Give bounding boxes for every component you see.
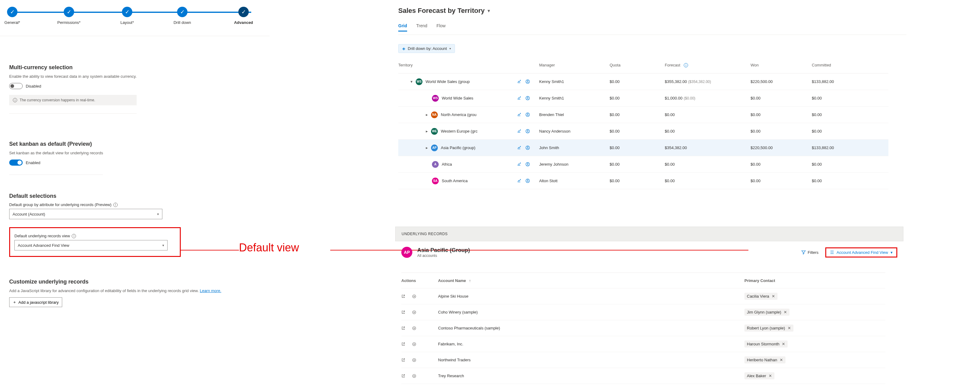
col-committed[interactable]: Committed [812,63,873,67]
step-advanced[interactable]: ✓ Advanced [227,5,260,25]
open-chart-icon[interactable] [517,178,521,183]
toggle-kanban-default[interactable]: Enabled [9,159,40,166]
info-icon[interactable]: i [684,63,688,67]
chevron-down-icon: ▾ [157,212,159,216]
user-circle-icon[interactable] [525,112,530,117]
check-icon: ✓ [122,7,132,17]
step-layout[interactable]: ✓ Layout* [110,5,144,25]
add-activity-icon[interactable] [412,326,416,331]
cell-account-name[interactable]: Coho Winery (sample) [438,310,745,315]
cell-account-name[interactable]: Northwind Traders [438,358,745,362]
table-row[interactable]: Coho Winery (sample)Jim Glynn (sample)✕ [401,304,885,320]
learn-more-link[interactable]: Learn more. [200,288,221,293]
contact-chip[interactable]: Robert Lyon (sample)✕ [745,324,794,332]
avatar: SA [432,178,439,184]
table-row[interactable]: SASouth AmericaAlton Stott$0.00$0.00$0.0… [398,173,888,189]
step-general[interactable]: ✓ General* [0,5,29,25]
chevron-right-icon[interactable]: ▸ [426,145,428,150]
table-row[interactable]: Alpine Ski HouseCacilia Viera✕ [401,288,885,304]
add-activity-icon[interactable] [412,374,416,378]
open-chart-icon[interactable] [517,129,521,134]
contact-chip[interactable]: Heriberto Nathan✕ [745,356,786,364]
chevron-right-icon[interactable]: ▸ [426,129,428,134]
col-forecast[interactable]: Forecast i [665,63,751,68]
open-record-icon[interactable] [401,342,405,346]
step-drill-down[interactable]: ✓ Drill down [165,5,199,25]
close-icon[interactable]: ✕ [782,342,785,346]
add-activity-icon[interactable] [412,294,416,299]
table-row[interactable]: ▸WEWestern Europe (grcNancy Andersson$0.… [398,123,888,140]
open-record-icon[interactable] [401,374,405,378]
table-row[interactable]: Trey ResearchAlex Baker✕ [401,368,885,384]
open-record-icon[interactable] [401,326,405,331]
open-chart-icon[interactable] [517,112,521,117]
table-row[interactable]: AAfricaJeremy Johnson$0.00$0.00$0.00$0.0… [398,156,888,173]
user-circle-icon[interactable] [525,96,530,100]
contact-chip[interactable]: Haroun Stormonth✕ [745,340,788,348]
chevron-right-icon[interactable]: ▸ [426,112,428,117]
close-icon[interactable]: ✕ [772,294,775,299]
user-circle-icon[interactable] [525,162,530,167]
open-record-icon[interactable] [401,294,405,299]
forecast-title-dropdown[interactable]: Sales Forecast by Territory ▾ [398,7,490,15]
add-activity-icon[interactable] [412,310,416,315]
table-row[interactable]: Fabrikam, Inc.Haroun Stormonth✕ [401,336,885,352]
tab-flow[interactable]: Flow [436,23,446,32]
tab-grid[interactable]: Grid [398,23,407,32]
close-icon[interactable]: ✕ [788,326,791,331]
open-chart-icon[interactable] [517,79,521,84]
contact-chip[interactable]: Cacilia Viera✕ [745,293,778,300]
cell-account-name[interactable]: Fabrikam, Inc. [438,342,745,346]
col-quota[interactable]: Quota [609,63,665,67]
toggle-multi-currency[interactable]: Disabled [9,83,41,89]
step-permissions[interactable]: ✓ Permissions* [52,5,86,25]
user-circle-icon[interactable] [525,145,530,150]
open-record-icon[interactable] [401,358,405,362]
cell-account-name[interactable]: Contoso Pharmaceuticals (sample) [438,326,745,331]
table-row[interactable]: ▸NANorth America (grouBrenden Thiel$0.00… [398,106,888,123]
close-icon[interactable]: ✕ [784,310,787,315]
select-default-underlying-view[interactable]: Account Advanced Find View ▾ [14,240,167,250]
col-won[interactable]: Won [751,63,812,67]
user-circle-icon[interactable] [525,129,530,134]
col-territory[interactable]: Territory [398,63,539,67]
table-row[interactable]: ▾WSWorld Wide Sales (groupKenny Smith1$0… [398,73,888,90]
info-icon[interactable]: i [113,203,118,207]
user-circle-icon[interactable] [525,79,530,84]
table-row[interactable]: WSWorld Wide SalesKenny Smith1$0.00$1,00… [398,90,888,106]
close-icon[interactable]: ✕ [780,358,783,362]
svg-point-7 [527,130,528,131]
table-row[interactable]: ▸APAsia Pacific (group)John Smith$0.00$3… [398,140,888,156]
add-activity-icon[interactable] [412,358,416,362]
check-icon: ✓ [7,7,18,17]
open-record-icon[interactable] [401,310,405,315]
open-chart-icon[interactable] [517,145,521,150]
table-row[interactable]: Contoso Pharmaceuticals (sample)Robert L… [401,320,885,336]
contact-chip[interactable]: Alex Baker✕ [745,372,775,379]
add-activity-icon[interactable] [412,342,416,346]
filters-button[interactable]: Filters [802,250,818,255]
list-icon [830,250,834,254]
drill-down-pill[interactable]: ◈ Drill down by: Account ▾ [398,44,455,53]
col-manager[interactable]: Manager [539,63,609,67]
table-row[interactable]: Northwind TradersHeriberto Nathan✕ [401,352,885,368]
tab-trend[interactable]: Trend [416,23,427,32]
view-selector[interactable]: Account Advanced Find View ▾ [825,247,897,257]
open-chart-icon[interactable] [517,96,521,100]
cell-account-name[interactable]: Alpine Ski House [438,294,745,299]
add-js-library-button[interactable]: ＋ Add a javascript library [9,297,62,307]
open-chart-icon[interactable] [517,162,521,167]
chevron-down-icon[interactable]: ▾ [410,79,413,84]
contact-chip[interactable]: Jim Glynn (sample)✕ [745,308,789,316]
col-primary-contact[interactable]: Primary Contact [745,278,867,283]
select-default-group-by[interactable]: Account (Account) ▾ [9,209,162,219]
user-circle-icon[interactable] [525,178,530,183]
close-icon[interactable]: ✕ [768,374,772,378]
button-label: Add a javascript library [18,300,59,305]
check-icon: ✓ [177,7,188,17]
info-icon[interactable]: i [72,234,76,238]
cell-account-name[interactable]: Trey Research [438,374,745,378]
table-header: Actions Account Name ↑ Primary Contact [401,272,885,288]
col-actions[interactable]: Actions [401,278,438,283]
col-account-name[interactable]: Account Name ↑ [438,278,745,283]
